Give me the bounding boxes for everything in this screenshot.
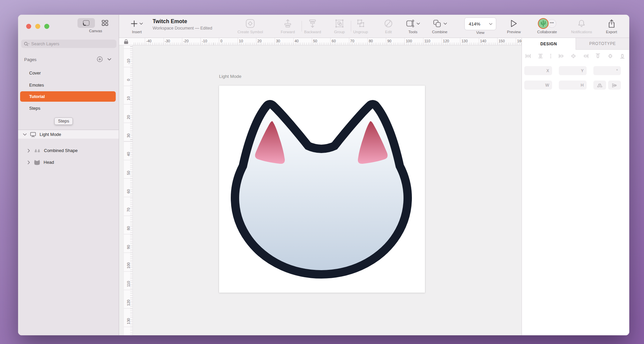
window-controls (26, 24, 49, 29)
ruler-number: 70 (126, 208, 130, 212)
more-options-dots-icon[interactable] (550, 53, 552, 59)
ruler-number: 10 (126, 96, 130, 100)
height-field[interactable]: H (559, 81, 587, 90)
align-right-icon[interactable] (583, 53, 589, 59)
ruler-number: 120 (126, 299, 130, 305)
edit-button[interactable]: Edit (384, 17, 393, 34)
collaborate-button[interactable]: ••• Collaborate (537, 17, 557, 34)
preview-button[interactable]: Preview (507, 17, 521, 34)
align-top-icon[interactable] (595, 53, 601, 59)
ruler-number: 140 (480, 39, 486, 43)
artboard-light-mode[interactable] (219, 86, 425, 293)
tab-prototype[interactable]: PROTOTYPE (576, 38, 630, 50)
combine-button[interactable]: Combine (432, 17, 447, 34)
forward-button[interactable]: Forward (281, 17, 295, 34)
ruler-number: 20 (126, 115, 130, 119)
pages-collapse-chevron[interactable] (107, 58, 111, 61)
layer-item-combined-shape[interactable]: Combined Shape (18, 146, 119, 155)
chevron-right-icon[interactable] (28, 149, 30, 153)
position-fields-row: X Y ° (524, 66, 623, 75)
rotation-field[interactable]: ° (593, 66, 621, 75)
ruler-number: 100 (406, 39, 412, 43)
ruler-number: 90 (126, 245, 130, 249)
ruler-corner (119, 38, 133, 45)
ruler-number: 80 (369, 39, 373, 43)
ruler-number: 100 (126, 262, 130, 268)
alignment-toolbar (525, 53, 625, 59)
insert-button[interactable]: Insert (131, 17, 143, 34)
align-bottom-icon[interactable] (620, 53, 625, 59)
toolbar: Insert Twitch Emote Workspace Document —… (119, 15, 629, 38)
canvas-view-button[interactable] (77, 18, 95, 28)
x-position-field[interactable]: X (524, 66, 552, 75)
plus-icon (131, 20, 138, 27)
collaborator-avatar[interactable] (538, 18, 548, 29)
align-left-icon[interactable] (558, 53, 564, 59)
collaborate-more-button[interactable]: ••• (547, 19, 556, 28)
align-center-vertical-icon[interactable] (607, 53, 613, 59)
export-button[interactable]: Export (606, 17, 617, 34)
artboard-icon (30, 132, 37, 138)
chevron-down-icon (140, 22, 143, 25)
cat-head-icon (34, 159, 41, 165)
ruler-number: 80 (126, 226, 130, 230)
horizontal-ruler[interactable]: -40-30-20-100102030405060708090100110120… (119, 38, 522, 45)
ruler-number: 130 (462, 39, 468, 43)
group-button[interactable]: Group (334, 17, 345, 34)
v-ruler-minor-ticks (130, 45, 132, 335)
y-position-field[interactable]: Y (559, 66, 587, 75)
grid-view-button[interactable] (96, 18, 114, 28)
align-center-horizontal-icon[interactable] (571, 53, 576, 59)
ruler-number: 50 (126, 170, 130, 175)
ruler-number: -10 (126, 59, 130, 64)
artboard-title[interactable]: Light Mode (219, 74, 241, 79)
zoom-window-button[interactable] (44, 24, 49, 29)
search-input[interactable] (31, 41, 114, 46)
ruler-number: 30 (126, 134, 130, 138)
move-forward-icon (283, 19, 292, 28)
distribute-horizontally-icon[interactable] (525, 53, 531, 59)
ruler-number: 20 (258, 39, 262, 43)
share-export-icon (607, 19, 615, 28)
search-layers-field[interactable] (21, 40, 116, 48)
chevron-down-icon[interactable] (23, 133, 27, 136)
cat-head-drawing[interactable] (219, 86, 425, 293)
page-label: Emotes (29, 83, 44, 88)
x-field-label: X (546, 68, 549, 73)
ungroup-button[interactable]: Ungroup (353, 17, 368, 34)
chevron-right-icon[interactable] (28, 160, 30, 164)
notifications-button[interactable]: Notifications (571, 17, 592, 34)
flip-horizontal-button[interactable] (593, 81, 606, 90)
zoom-level-dropdown[interactable]: 414% (465, 17, 496, 30)
create-symbol-button[interactable]: Create Symbol (237, 17, 263, 34)
document-title: Twitch Emote (153, 18, 212, 24)
canvas-area[interactable]: Light Mode (119, 38, 522, 335)
minimize-window-button[interactable] (35, 24, 40, 29)
inspector-tabs: DESIGN PROTOTYPE (522, 38, 629, 50)
page-item-emotes[interactable]: Emotes (20, 80, 116, 90)
backward-button[interactable]: Backward (304, 17, 321, 34)
ruler-number: 90 (387, 39, 391, 43)
width-field[interactable]: W (524, 81, 552, 90)
page-item-steps[interactable]: Steps (20, 103, 116, 113)
ruler-number: 60 (126, 189, 130, 193)
move-backward-icon (308, 19, 317, 28)
page-item-tutorial-selected[interactable]: Tutorial (20, 91, 116, 102)
flip-horizontal-icon (597, 83, 603, 88)
lock-icon[interactable] (123, 39, 129, 45)
tools-button[interactable]: Tools (406, 17, 420, 34)
layer-item-light-mode[interactable]: Light Mode (18, 130, 119, 139)
ruler-number: 0 (126, 79, 130, 81)
toolbar-divider (351, 21, 351, 32)
zoom-level-value: 414% (469, 21, 481, 27)
vertical-ruler[interactable]: -100102030405060708090100110120130 (123, 45, 133, 335)
tab-design[interactable]: DESIGN (522, 38, 576, 50)
y-field-label: Y (581, 68, 584, 73)
add-page-button[interactable] (97, 56, 103, 62)
close-window-button[interactable] (26, 24, 31, 29)
page-item-cover[interactable]: Cover (20, 68, 116, 78)
distribute-vertically-icon[interactable] (538, 53, 543, 59)
layer-item-head[interactable]: Head (18, 158, 119, 166)
flip-vertical-button[interactable] (608, 81, 621, 90)
combine-icon (432, 19, 442, 28)
